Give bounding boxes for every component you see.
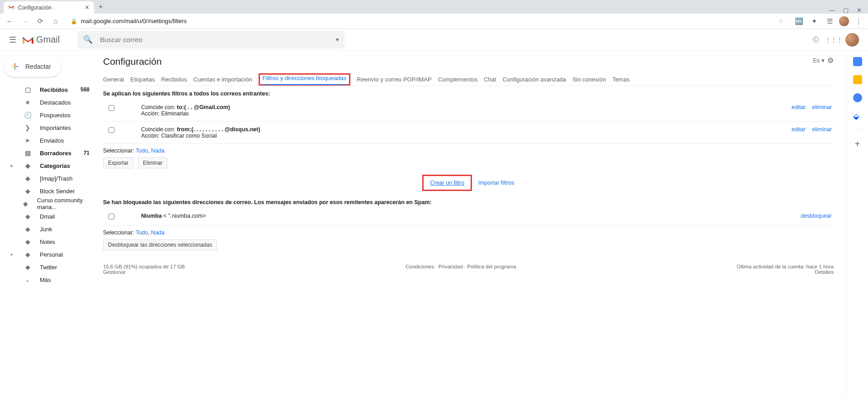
delete-button[interactable]: Eliminar <box>138 158 167 168</box>
sidebar-item[interactable]: ◆Curso community mana... <box>0 197 95 210</box>
settings-tab[interactable]: Configuración avanzada <box>503 73 566 86</box>
select-none-link[interactable]: Nada <box>151 148 165 154</box>
select-all-link-2[interactable]: Todo <box>136 229 148 236</box>
sidebar-item[interactable]: ▢Recibidos568 <box>0 83 95 96</box>
sidebar-item[interactable]: ▤Borradores71 <box>0 147 95 159</box>
blocked-checkbox[interactable] <box>108 214 114 220</box>
apps-grid-icon[interactable]: ⋮⋮⋮ <box>827 33 840 46</box>
label-icon: ◆ <box>24 187 32 195</box>
support-icon[interactable]: ⓘ <box>809 33 822 46</box>
settings-tab[interactable]: Chat <box>484 73 496 86</box>
settings-tab[interactable]: Cuentas e importación <box>193 73 252 86</box>
settings-gear-icon[interactable]: ⚙ <box>827 56 834 65</box>
sidebar-item[interactable]: ◆Junk <box>0 223 95 235</box>
terms-link[interactable]: Condiciones <box>406 264 434 269</box>
window-minimize-icon[interactable]: — <box>829 7 835 14</box>
filter-checkbox[interactable] <box>108 105 114 111</box>
window-close-icon[interactable]: ✕ <box>857 7 862 14</box>
sidebar-item[interactable]: ★Destacados <box>0 96 95 109</box>
label-icon: ◆ <box>24 238 32 245</box>
privacy-link[interactable]: Privacidad <box>439 264 463 269</box>
search-icon[interactable]: 🔍 <box>83 35 93 44</box>
extensions-icon[interactable]: ✦ <box>808 17 820 25</box>
sidebar-item[interactable]: 🕘Pospuestos <box>0 109 95 121</box>
sidebar-item[interactable]: ◆[Imap]/Trash <box>0 172 95 185</box>
compose-label: Redactar <box>25 63 51 70</box>
sidebar-item-label: Twitter <box>40 264 57 271</box>
profile-avatar-small[interactable] <box>839 16 849 26</box>
dropbox-addon-icon[interactable]: ⬙ <box>853 111 862 120</box>
home-button[interactable]: ⌂ <box>50 17 61 25</box>
playlist-icon[interactable]: ☰ <box>824 17 835 25</box>
create-filter-link[interactable]: Crear un filtro <box>430 180 464 186</box>
select-all-link[interactable]: Todo <box>136 148 148 154</box>
sidebar-item[interactable]: ➤Enviados <box>0 134 95 147</box>
export-button[interactable]: Exportar <box>103 158 133 168</box>
settings-tab[interactable]: Recibidos <box>161 73 187 86</box>
label-icon: ▢ <box>24 86 32 93</box>
settings-tab[interactable]: Temas <box>612 73 629 86</box>
delete-filter-link[interactable]: eliminar <box>812 126 832 133</box>
settings-tab[interactable]: Sin conexión <box>572 73 606 86</box>
manage-storage-link[interactable]: Gestionar <box>103 269 126 275</box>
label-icon: ◆ <box>24 213 32 220</box>
filters-heading: Se aplican los siguientes filtros a todo… <box>103 91 834 97</box>
import-filters-link[interactable]: Importar filtros <box>478 180 514 186</box>
settings-tab[interactable]: Reenvío y correo POP/IMAP <box>357 73 431 86</box>
filter-checkbox[interactable] <box>108 127 114 133</box>
sidebar-item[interactable]: ▸◆Categorías <box>0 159 95 172</box>
star-icon[interactable]: ☆ <box>778 18 784 24</box>
details-link[interactable]: Detalles <box>815 269 834 275</box>
label-icon: ◆ <box>24 251 32 258</box>
compose-button[interactable]: Redactar <box>4 56 61 77</box>
edit-filter-link[interactable]: editar <box>792 104 806 110</box>
sidebar-item[interactable]: ◆Dmail <box>0 210 95 223</box>
edit-filter-link[interactable]: editar <box>792 126 806 133</box>
settings-tab[interactable]: Complementos <box>438 73 477 86</box>
sidebar-item-count: 71 <box>84 150 90 156</box>
calendar-addon-icon[interactable] <box>853 57 862 66</box>
sidebar-item[interactable]: ◆Notes <box>0 235 95 248</box>
browser-tab[interactable]: Configuración · ✕ <box>4 1 94 14</box>
tab-close-icon[interactable]: ✕ <box>85 4 90 11</box>
sidebar-item-count: 568 <box>80 86 90 93</box>
language-selector[interactable]: Es ▾ <box>813 57 825 64</box>
sidebar-item-label: Pospuestos <box>40 112 71 119</box>
program-policy-link[interactable]: Política del programa <box>467 264 516 269</box>
settings-tab[interactable]: Filtros y direcciones bloqueadas <box>263 72 347 85</box>
unblock-link[interactable]: desbloquear <box>801 213 832 219</box>
sidebar-item[interactable]: ❯Importantes <box>0 121 95 134</box>
settings-tab[interactable]: Etiquetas <box>130 73 155 86</box>
select-label: Seleccionar: <box>103 148 134 154</box>
label-icon: ◆ <box>24 263 32 271</box>
add-addon-icon[interactable]: + <box>855 139 860 149</box>
browser-menu-icon[interactable]: ⋮ <box>853 17 864 25</box>
address-bar[interactable]: 🔒 mail.google.com/mail/u/0/#settings/fil… <box>65 16 789 26</box>
delete-filter-link[interactable]: eliminar <box>812 104 832 110</box>
sidebar-item[interactable]: ⌄Más <box>0 273 95 286</box>
gmail-logo[interactable]: Gmail <box>22 34 60 45</box>
search-options-icon[interactable]: ▾ <box>336 36 339 43</box>
sidebar-item[interactable]: ◆Twitter <box>0 261 95 273</box>
unblock-selected-button[interactable]: Desbloquear las direcciones seleccionada… <box>103 239 217 250</box>
sidebar-item-label: Categorías <box>40 162 70 169</box>
account-avatar[interactable] <box>845 33 859 47</box>
new-tab-button[interactable]: + <box>94 0 107 14</box>
keep-addon-icon[interactable] <box>853 75 862 84</box>
translate-icon[interactable]: 🔤 <box>793 17 805 25</box>
select-none-link-2[interactable]: Nada <box>151 229 165 236</box>
gmail-favicon <box>8 5 14 11</box>
settings-tabs: GeneralEtiquetasRecibidosCuentas e impor… <box>103 73 834 86</box>
tasks-addon-icon[interactable] <box>853 93 862 102</box>
forward-button[interactable]: → <box>19 17 31 25</box>
reload-button[interactable]: ⟳ <box>34 17 46 25</box>
sidebar-item[interactable]: ▸◆Personal <box>0 248 95 261</box>
search-input[interactable] <box>100 36 329 43</box>
settings-tab[interactable]: General <box>103 73 124 86</box>
sidebar-item[interactable]: ◆Block Sender <box>0 185 95 197</box>
search-box[interactable]: 🔍 ▾ <box>78 31 344 49</box>
back-button[interactable]: ← <box>4 17 15 25</box>
main-menu-icon[interactable]: ☰ <box>4 35 22 45</box>
window-maximize-icon[interactable]: ▢ <box>843 7 849 14</box>
sidebar-item-label: Borradores <box>40 150 71 157</box>
